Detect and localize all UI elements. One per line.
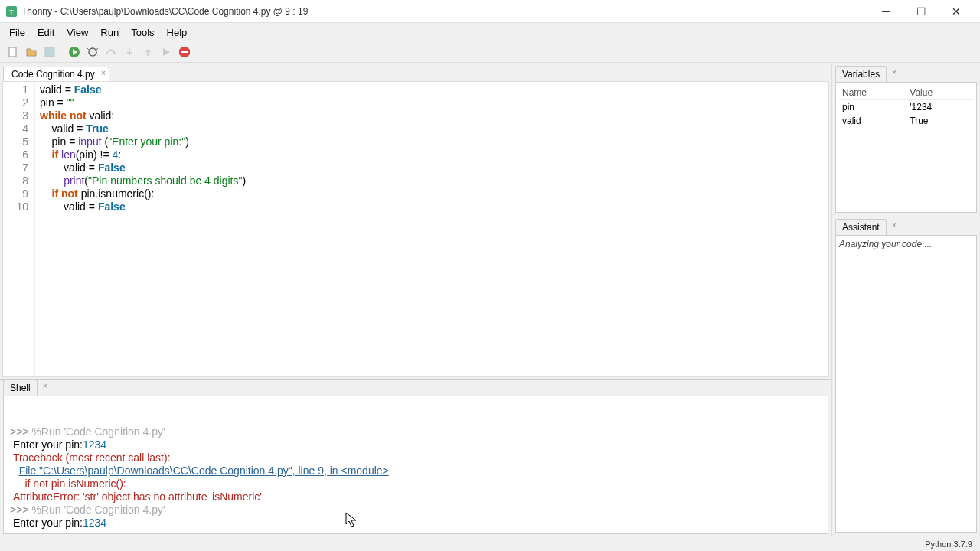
assistant-panel-title: Assistant×: [835, 219, 887, 235]
line-number: 10: [3, 201, 28, 214]
debug-button[interactable]: [84, 44, 101, 60]
editor-tabbar: Code Cognition 4.py ×: [0, 63, 831, 81]
editor-tab[interactable]: Code Cognition 4.py ×: [3, 67, 109, 81]
var-value: '1234': [906, 100, 973, 115]
close-panel-icon[interactable]: ×: [43, 382, 47, 390]
line-number: 1: [3, 83, 28, 96]
menu-help[interactable]: Help: [161, 25, 194, 40]
menu-view[interactable]: View: [60, 25, 94, 40]
menu-tools[interactable]: Tools: [125, 25, 160, 40]
svg-line-7: [87, 48, 89, 50]
new-file-button[interactable]: [5, 44, 21, 60]
code-line[interactable]: valid = False: [40, 161, 824, 174]
code-line[interactable]: pin = "": [40, 96, 824, 109]
close-panel-icon[interactable]: ×: [892, 221, 897, 230]
code-line[interactable]: pin = input ("Enter your pin:"): [40, 135, 824, 148]
maximize-button[interactable]: ☐: [903, 0, 939, 23]
code-line[interactable]: valid = False: [40, 201, 824, 214]
variable-row[interactable]: validTrue: [839, 114, 973, 128]
variable-row[interactable]: pin'1234': [839, 100, 973, 115]
line-number: 9: [3, 187, 28, 201]
assistant-status: Analyzing your code ...: [839, 239, 932, 249]
shell-line: >>> %Run 'Code Cognition 4.py': [10, 425, 822, 439]
python-version[interactable]: Python 3.7.9: [925, 540, 972, 549]
stop-button[interactable]: [176, 44, 193, 60]
shell-line: Traceback (most recent call last):: [10, 452, 822, 465]
step-over-button[interactable]: [103, 44, 119, 60]
variables-panel-title: Variables×: [835, 66, 887, 82]
step-out-button[interactable]: [139, 44, 156, 60]
toolbar: [0, 41, 980, 63]
line-number: 7: [3, 161, 28, 174]
line-number: 5: [3, 135, 28, 148]
shell-line: Enter your pin:1234: [10, 517, 822, 530]
statusbar: Python 3.7.9: [0, 536, 980, 551]
close-tab-icon[interactable]: ×: [101, 69, 106, 77]
line-number: 2: [3, 96, 28, 109]
close-panel-icon[interactable]: ×: [892, 68, 897, 77]
svg-rect-10: [181, 51, 188, 53]
var-header-name: Name: [839, 86, 906, 100]
open-file-button[interactable]: [23, 44, 40, 60]
svg-point-5: [89, 48, 96, 56]
var-name: valid: [839, 114, 906, 128]
shell-line: >>>: [10, 530, 822, 534]
code-line[interactable]: if not pin.isnumeric():: [40, 187, 824, 201]
menu-edit[interactable]: Edit: [31, 25, 60, 40]
line-number: 4: [3, 122, 28, 135]
shell-line: if not pin.isNumeric():: [10, 478, 822, 491]
line-number: 8: [3, 174, 28, 187]
minimize-button[interactable]: ─: [868, 0, 903, 23]
shell-line: File "C:\Users\paulp\Downloads\CC\Code C…: [10, 465, 822, 478]
assistant-panel: Analyzing your code ...: [835, 235, 977, 533]
svg-line-8: [96, 48, 98, 50]
code-line[interactable]: print("Pin numbers should be 4 digits"): [40, 174, 824, 187]
shell-line: Enter your pin:1234: [10, 439, 822, 452]
shell-panel-title: Shell×: [3, 380, 38, 396]
window-title: Thonny - C:\Users\paulp\Downloads\CC\Cod…: [21, 6, 868, 17]
code-line[interactable]: valid = False: [40, 83, 824, 96]
shell-line: AttributeError: 'str' object has no attr…: [10, 491, 822, 504]
svg-rect-2: [9, 47, 16, 57]
svg-rect-3: [45, 47, 54, 57]
svg-text:T: T: [9, 8, 14, 15]
titlebar: T Thonny - C:\Users\paulp\Downloads\CC\C…: [0, 0, 980, 23]
variables-panel[interactable]: Name Value pin'1234'validTrue: [835, 82, 977, 213]
shell-output[interactable]: >>> %Run 'Code Cognition 4.py' Enter you…: [3, 396, 828, 534]
save-button[interactable]: [41, 44, 58, 60]
var-name: pin: [839, 100, 906, 115]
menu-run[interactable]: Run: [94, 25, 125, 40]
line-number: 6: [3, 148, 28, 161]
var-header-value: Value: [906, 86, 973, 100]
menu-file[interactable]: File: [3, 25, 31, 40]
line-number: 3: [3, 109, 28, 122]
var-value: True: [906, 114, 973, 128]
code-line[interactable]: if len(pin) != 4:: [40, 148, 824, 161]
code-editor[interactable]: 12345678910 valid = Falsepin = ""while n…: [2, 81, 829, 377]
code-line[interactable]: while not valid:: [40, 109, 824, 122]
resume-button[interactable]: [158, 44, 175, 60]
app-icon: T: [6, 6, 17, 17]
run-button[interactable]: [66, 44, 83, 60]
shell-line: >>> %Run 'Code Cognition 4.py': [10, 504, 822, 517]
menubar: FileEditViewRunToolsHelp: [0, 23, 980, 41]
code-line[interactable]: valid = True: [40, 122, 824, 135]
step-into-button[interactable]: [121, 44, 138, 60]
tab-label: Code Cognition 4.py: [11, 69, 95, 80]
close-button[interactable]: ✕: [939, 0, 974, 23]
